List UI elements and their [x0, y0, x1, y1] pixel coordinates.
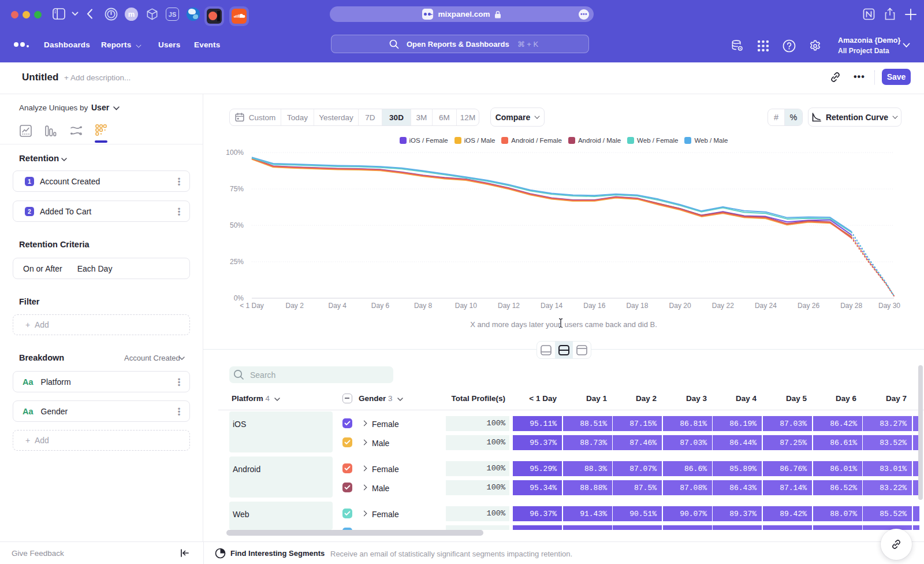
- svg-text:Day 10: Day 10: [455, 302, 477, 310]
- svg-text:Day 14: Day 14: [541, 302, 562, 310]
- svg-text:Day 30: Day 30: [878, 302, 900, 310]
- svg-text:Day 28: Day 28: [840, 302, 862, 310]
- svg-text:Day 8: Day 8: [414, 302, 433, 310]
- svg-text:100%: 100%: [226, 149, 244, 157]
- svg-text:Day 26: Day 26: [798, 302, 819, 310]
- svg-text:0%: 0%: [234, 294, 244, 302]
- svg-text:50%: 50%: [230, 221, 244, 229]
- svg-text:Day 4: Day 4: [329, 302, 347, 310]
- svg-text:Day 12: Day 12: [498, 302, 520, 310]
- svg-text:< 1 Day: < 1 Day: [240, 302, 264, 310]
- svg-text:Day 22: Day 22: [712, 302, 734, 310]
- svg-text:Day 18: Day 18: [626, 302, 648, 310]
- svg-text:25%: 25%: [230, 258, 244, 266]
- svg-text:Day 24: Day 24: [755, 302, 777, 310]
- svg-text:75%: 75%: [230, 185, 244, 193]
- svg-text:Day 16: Day 16: [583, 302, 605, 310]
- svg-text:Day 6: Day 6: [371, 302, 390, 310]
- svg-text:Day 2: Day 2: [286, 302, 304, 310]
- svg-text:Day 20: Day 20: [669, 302, 691, 310]
